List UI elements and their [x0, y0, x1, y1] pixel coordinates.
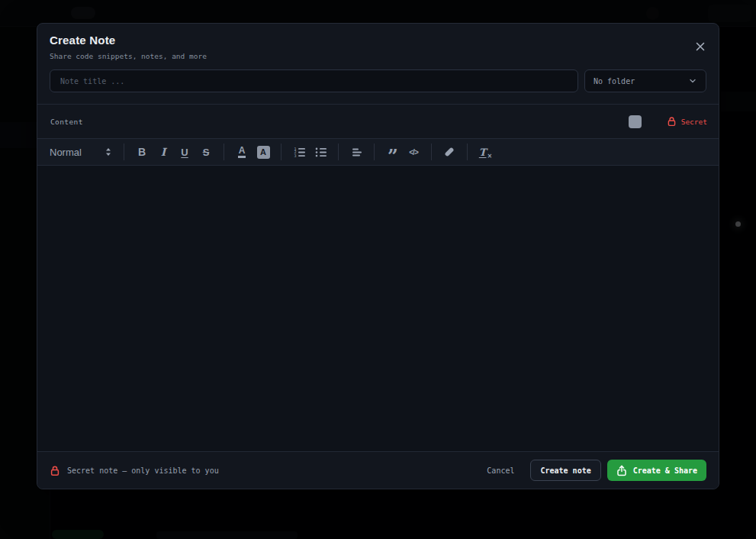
- close-icon: [695, 41, 706, 52]
- up-down-arrows-icon: [105, 147, 112, 157]
- share-icon: [616, 465, 627, 476]
- secret-controls: Secret: [629, 115, 707, 128]
- svg-text:3: 3: [294, 153, 296, 157]
- bold-icon: B: [138, 146, 146, 158]
- strikethrough-icon: S: [203, 147, 210, 158]
- toolbar-divider: [224, 144, 224, 160]
- cancel-button[interactable]: Cancel: [487, 466, 514, 475]
- secret-label: Secret: [681, 118, 707, 126]
- folder-select[interactable]: No folder: [584, 69, 706, 92]
- editor-toolbar: Normal B I U S A A 123: [37, 138, 719, 166]
- ordered-list-icon: 123: [293, 146, 306, 159]
- secret-hint-group: Secret note — only visible to you: [50, 465, 219, 476]
- secret-hint-text: Secret note — only visible to you: [67, 466, 219, 475]
- align-icon: [350, 146, 363, 159]
- bullet-list-button[interactable]: [310, 142, 331, 162]
- folder-select-value: No folder: [594, 77, 635, 86]
- create-note-button[interactable]: Create note: [530, 460, 600, 481]
- text-color-icon: A: [238, 146, 246, 158]
- ordered-list-button[interactable]: 123: [288, 142, 310, 162]
- toolbar-divider: [338, 144, 339, 160]
- modal-title: Create Note: [50, 34, 706, 47]
- strikethrough-button[interactable]: S: [195, 142, 217, 162]
- toolbar-divider: [281, 144, 281, 160]
- underline-button[interactable]: U: [174, 142, 195, 162]
- modal-footer: Secret note — only visible to you Cancel…: [37, 451, 719, 489]
- highlight-button[interactable]: A: [253, 142, 274, 162]
- italic-icon: I: [161, 146, 166, 158]
- code-block-button[interactable]: </>: [403, 142, 424, 162]
- blockquote-button[interactable]: ”: [381, 142, 403, 162]
- toolbar-divider: [374, 144, 375, 160]
- code-block-icon: </>: [409, 148, 417, 157]
- create-and-share-label: Create & Share: [633, 466, 697, 475]
- modal-subtitle: Share code snippets, notes, and more: [50, 52, 706, 60]
- close-button[interactable]: [693, 39, 708, 54]
- lock-icon: [50, 465, 60, 476]
- title-row: No folder: [37, 60, 719, 92]
- lock-icon: [667, 116, 677, 127]
- toolbar-divider: [431, 144, 432, 160]
- underline-icon: U: [181, 147, 188, 158]
- note-title-input[interactable]: [50, 69, 578, 92]
- clear-formatting-button[interactable]: T×: [475, 142, 496, 162]
- bullet-list-icon: [314, 146, 327, 159]
- text-color-button[interactable]: A: [231, 142, 253, 162]
- footer-actions: Cancel Create note Create & Share: [487, 460, 706, 481]
- clear-formatting-icon: T×: [479, 147, 491, 158]
- content-row: Content Secret: [37, 105, 719, 138]
- align-button[interactable]: [346, 142, 367, 162]
- modal-header: Create Note Share code snippets, notes, …: [37, 24, 719, 60]
- toolbar-divider: [467, 144, 468, 160]
- block-format-select[interactable]: Normal: [45, 141, 117, 163]
- link-button[interactable]: [439, 142, 460, 162]
- chevron-down-icon: [688, 76, 697, 86]
- create-and-share-button[interactable]: Create & Share: [607, 460, 706, 481]
- secret-checkbox[interactable]: [629, 115, 642, 128]
- italic-button[interactable]: I: [153, 142, 174, 162]
- block-format-value: Normal: [50, 147, 82, 158]
- note-content-editor[interactable]: [37, 166, 719, 451]
- link-icon: [442, 145, 456, 159]
- toolbar-divider: [124, 144, 124, 160]
- bold-button[interactable]: B: [131, 142, 153, 162]
- create-note-modal: Create Note Share code snippets, notes, …: [37, 23, 719, 489]
- blockquote-icon: ”: [388, 144, 397, 160]
- highlight-icon: A: [257, 146, 270, 159]
- content-label: Content: [50, 118, 83, 126]
